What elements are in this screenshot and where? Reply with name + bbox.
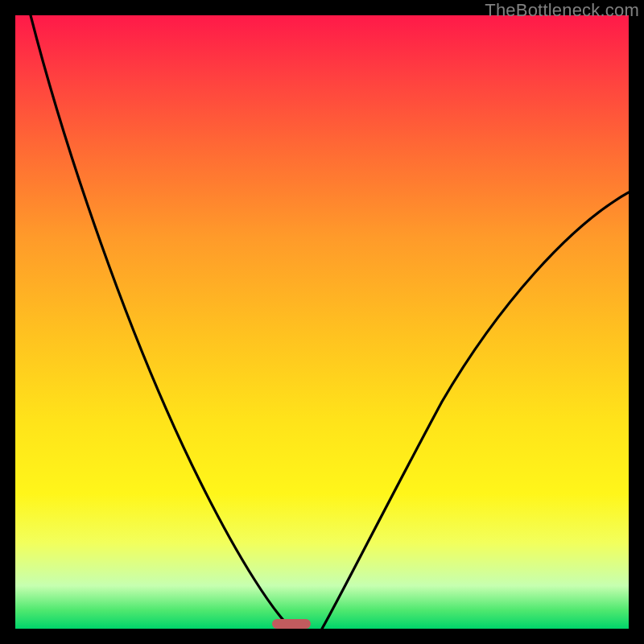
curve-left-branch bbox=[31, 15, 291, 629]
curve-right-branch bbox=[322, 192, 629, 629]
plot-area bbox=[15, 15, 629, 629]
bottleneck-curve bbox=[15, 15, 629, 629]
optimum-marker bbox=[272, 619, 311, 629]
watermark-text: TheBottleneck.com bbox=[485, 0, 639, 21]
